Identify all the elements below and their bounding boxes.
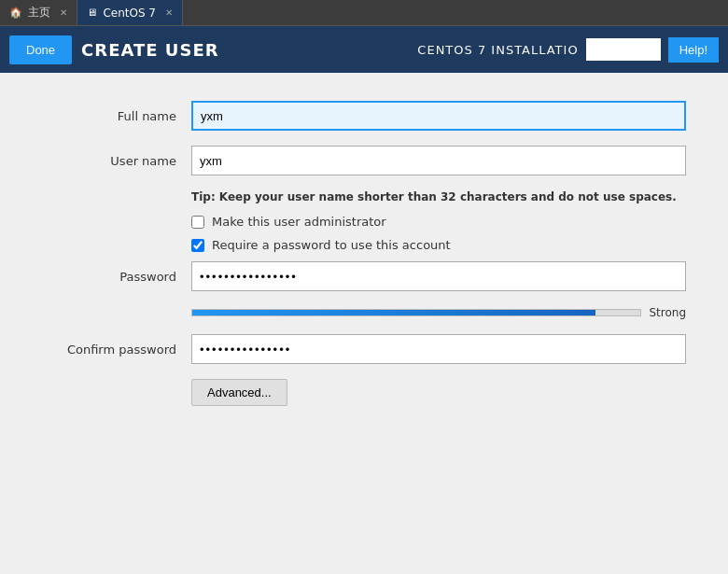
password-required-checkbox[interactable] (191, 239, 204, 252)
admin-checkbox[interactable] (191, 216, 204, 229)
form-area: Full name User name Tip: Keep your user … (14, 91, 714, 415)
tab-bar: 🏠 主页 ✕ 🖥 CentOS 7 ✕ (0, 0, 728, 26)
header-right: CENTOS 7 INSTALLATIO ⌨ us Help! (417, 37, 719, 63)
strength-row: Strong (42, 306, 686, 319)
password-checkbox-row: Require a password to use this account (42, 238, 686, 252)
keyboard-input[interactable]: ⌨ us (586, 38, 661, 61)
keyboard-lang: us (618, 43, 632, 57)
tab-centos[interactable]: 🖥 CentOS 7 ✕ (77, 0, 183, 25)
username-row: User name (42, 146, 686, 175)
password-label: Password (42, 270, 191, 284)
fullname-input[interactable] (191, 101, 686, 131)
admin-checkbox-row: Make this user administrator (42, 215, 686, 229)
username-input[interactable] (191, 146, 686, 175)
main-content: Full name User name Tip: Keep your user … (0, 73, 728, 574)
admin-checkbox-label: Make this user administrator (212, 215, 386, 229)
header-left: Done CREATE USER (9, 35, 219, 64)
password-checkbox-label: Require a password to use this account (212, 238, 451, 252)
tip-label: Tip: (191, 190, 216, 203)
confirm-input[interactable] (191, 334, 686, 364)
help-button[interactable]: Help! (668, 37, 719, 63)
fullname-label: Full name (42, 109, 191, 123)
tab-main-close[interactable]: ✕ (60, 7, 67, 18)
tip-text: Tip: Keep your user name shorter than 32… (191, 190, 677, 203)
tab-main[interactable]: 🏠 主页 ✕ (0, 0, 77, 25)
username-label: User name (42, 154, 191, 168)
confirm-password-row: Confirm password (42, 334, 686, 364)
tab-centos-label: CentOS 7 (103, 7, 156, 20)
tip-content: Keep your user name shorter than 32 char… (216, 190, 677, 203)
strength-bar-fill (192, 310, 595, 315)
keyboard-icon: ⌨ (594, 42, 612, 57)
page-title: CREATE USER (81, 40, 218, 60)
header-bar: Done CREATE USER CENTOS 7 INSTALLATIO ⌨ … (0, 26, 728, 73)
confirm-label: Confirm password (42, 343, 191, 357)
tab-centos-close[interactable]: ✕ (165, 7, 173, 18)
done-button[interactable]: Done (9, 35, 72, 64)
advanced-row: Advanced... (42, 379, 686, 406)
strength-label: Strong (649, 306, 686, 319)
strength-bar-container (191, 309, 641, 316)
home-icon: 🏠 (9, 7, 22, 19)
centos-icon: 🖥 (87, 7, 97, 19)
install-title: CENTOS 7 INSTALLATIO (417, 43, 578, 57)
tab-main-label: 主页 (28, 5, 50, 21)
password-row: Password (42, 261, 686, 291)
password-input[interactable] (191, 261, 686, 291)
advanced-button[interactable]: Advanced... (191, 379, 287, 406)
fullname-row: Full name (42, 101, 686, 131)
tip-row: Tip: Keep your user name shorter than 32… (42, 190, 686, 203)
